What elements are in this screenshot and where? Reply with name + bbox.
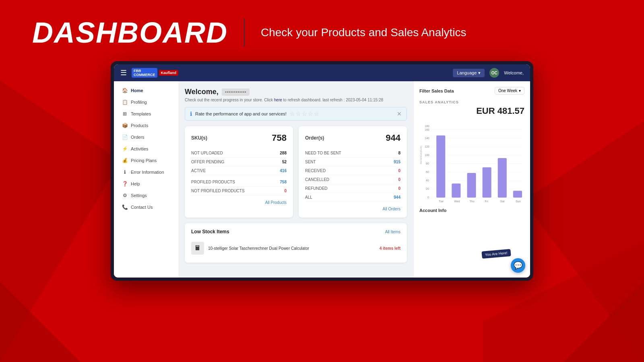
logo-fbb: FBBCOMMERCE <box>132 68 157 78</box>
sidebar: 🏠 Home 📋 Profiling ⊞ Templates 📦 Product… <box>114 81 178 278</box>
sidebar-item-templates[interactable]: ⊞ Templates <box>116 108 177 119</box>
sidebar-item-settings[interactable]: ⚙ Settings <box>116 190 177 201</box>
svg-rect-25 <box>436 136 445 198</box>
sidebar-item-pricing-plans[interactable]: 💰 Pricing Plans <box>116 155 177 166</box>
svg-text:40: 40 <box>426 179 429 182</box>
sku-card-count: 758 <box>272 133 287 143</box>
sidebar-item-error-information[interactable]: ℹ Error Information <box>116 167 177 178</box>
all-items-link[interactable]: All Items <box>385 230 400 234</box>
stat-need-to-be-sent: NEED TO BE SENT 8 <box>305 149 400 158</box>
contact-icon: 📞 <box>122 204 128 210</box>
hero-title: DASHBOARD <box>32 16 228 49</box>
sku-card-title: SKU(s) <box>191 135 207 141</box>
know-button[interactable]: 💬 <box>511 258 525 273</box>
sales-chart: 0 20 40 60 80 100 120 140 160 180 <box>419 122 524 202</box>
orders-icon: 📄 <box>122 134 128 140</box>
hero-divider <box>244 19 245 47</box>
sidebar-item-home[interactable]: 🏠 Home <box>116 85 177 96</box>
app-container: ☰ FBBCOMMERCE Kaufland Language ▾ OC Wel… <box>114 64 530 278</box>
settings-icon: ⚙ <box>122 193 128 198</box>
navbar: ☰ FBBCOMMERCE Kaufland Language ▾ OC Wel… <box>114 64 530 81</box>
stat-active: ACTIVE 416 <box>191 167 287 175</box>
svg-text:120: 120 <box>425 145 429 148</box>
stat-all: ALL 944 <box>305 193 400 202</box>
stat-profiled-products: PROFILED PRODUCTS 758 <box>191 178 287 187</box>
sidebar-item-orders[interactable]: 📄 Orders <box>116 132 177 143</box>
svg-text:Tue: Tue <box>439 200 444 202</box>
svg-rect-29 <box>498 158 507 197</box>
orders-card-title: Order(s) <box>305 135 324 141</box>
svg-rect-30 <box>513 191 522 197</box>
filter-dropdown[interactable]: One Week ▾ <box>495 87 524 95</box>
svg-text:REVENUE(EUR): REVENUE(EUR) <box>420 146 422 164</box>
svg-text:160: 160 <box>425 128 429 131</box>
low-stock-section: Low Stock Items All Items 🖩 10-stelliger… <box>185 223 407 263</box>
filter-label: Filter Sales Data <box>419 88 454 93</box>
stat-refunded: REFUNDED 0 <box>305 184 400 193</box>
refresh-link[interactable]: here <box>274 98 282 102</box>
svg-marker-4 <box>0 282 80 362</box>
templates-icon: ⊞ <box>122 111 128 117</box>
svg-rect-26 <box>452 183 460 197</box>
close-banner-button[interactable]: ✕ <box>397 111 402 117</box>
help-icon: ❓ <box>122 181 128 187</box>
sku-card: SKU(s) 758 NOT UPLOADED 288 OFFER PENDIN… <box>185 126 293 218</box>
hero-header: DASHBOARD Check your Products and Sales … <box>0 0 644 61</box>
sidebar-item-activities[interactable]: ⚡ Activities <box>116 143 177 154</box>
content-area: Welcome, ············ Check out the rece… <box>178 81 413 278</box>
hero-subtitle: Check your Products and Sales Analytics <box>261 26 466 39</box>
main-layout: 🏠 Home 📋 Profiling ⊞ Templates 📦 Product… <box>114 81 530 278</box>
page-title: Welcome, <box>185 88 219 96</box>
navbar-logo: FBBCOMMERCE Kaufland <box>132 68 178 78</box>
welcome-text: Welcome, <box>504 70 524 75</box>
all-products-link[interactable]: All Products <box>191 200 287 205</box>
svg-text:Sat: Sat <box>500 200 505 202</box>
svg-text:Thu: Thu <box>469 200 474 202</box>
stock-item-badge: 4 items left <box>380 246 400 251</box>
svg-text:140: 140 <box>425 137 429 140</box>
svg-text:Sun: Sun <box>516 200 521 202</box>
stat-not-profiled-products: NOT PROFILED PRODUCTS 0 <box>191 187 287 195</box>
info-banner: ℹ Rate the performance of app and our se… <box>185 107 407 121</box>
stat-received: RECEIVED 0 <box>305 167 400 175</box>
sidebar-item-help[interactable]: ❓ Help <box>116 178 177 189</box>
activities-icon: ⚡ <box>122 146 128 152</box>
stock-item-name: 10-stelliger Solar Taschenrechner Dual P… <box>208 246 376 251</box>
menu-icon[interactable]: ☰ <box>120 68 127 77</box>
all-orders-link[interactable]: All Orders <box>305 207 400 211</box>
svg-text:180: 180 <box>425 125 429 128</box>
sidebar-item-products[interactable]: 📦 Products <box>116 120 177 131</box>
svg-marker-3 <box>564 282 644 362</box>
sales-label: SALES ANALYTICS <box>419 100 524 104</box>
products-icon: 📦 <box>122 123 128 128</box>
sidebar-item-profiling[interactable]: 📋 Profiling <box>116 97 177 108</box>
info-text: Rate the performance of app and our serv… <box>195 111 287 116</box>
user-avatar: OC <box>489 68 499 78</box>
svg-rect-28 <box>483 167 491 197</box>
account-info-title: Account Info <box>419 208 524 213</box>
svg-text:Fri: Fri <box>485 200 489 202</box>
right-panel: Filter Sales Data One Week ▾ SALES ANALY… <box>413 81 530 278</box>
page-subtitle: Check out the recent progress in your st… <box>185 98 407 102</box>
language-button[interactable]: Language ▾ <box>453 69 485 77</box>
stock-item-image: 🖩 <box>191 242 204 255</box>
orders-card: Order(s) 944 NEED TO BE SENT 8 SENT 915 <box>299 126 407 218</box>
stock-item: 🖩 10-stelliger Solar Taschenrechner Dual… <box>191 239 400 257</box>
info-icon: ℹ <box>190 111 192 117</box>
svg-text:100: 100 <box>425 154 429 156</box>
svg-text:0: 0 <box>427 196 429 199</box>
profiling-icon: 📋 <box>122 99 128 105</box>
sku-card-header: SKU(s) 758 <box>191 133 287 143</box>
orders-card-count: 944 <box>386 133 400 143</box>
you-are-here-tooltip: You Are Here! <box>482 249 511 259</box>
low-stock-title: Low Stock Items <box>191 229 229 234</box>
svg-text:80: 80 <box>426 162 429 165</box>
svg-marker-1 <box>0 80 121 362</box>
error-icon: ℹ <box>122 169 128 175</box>
star-rating[interactable]: ☆ ☆ ☆ ☆ ☆ <box>290 111 319 117</box>
svg-text:60: 60 <box>426 171 429 173</box>
stat-offer-pending: OFFER PENDING 52 <box>191 158 287 167</box>
sidebar-item-contact-us[interactable]: 📞 Contact Us <box>116 202 177 213</box>
username-masked: ············ <box>222 88 250 96</box>
home-icon: 🏠 <box>122 88 128 93</box>
